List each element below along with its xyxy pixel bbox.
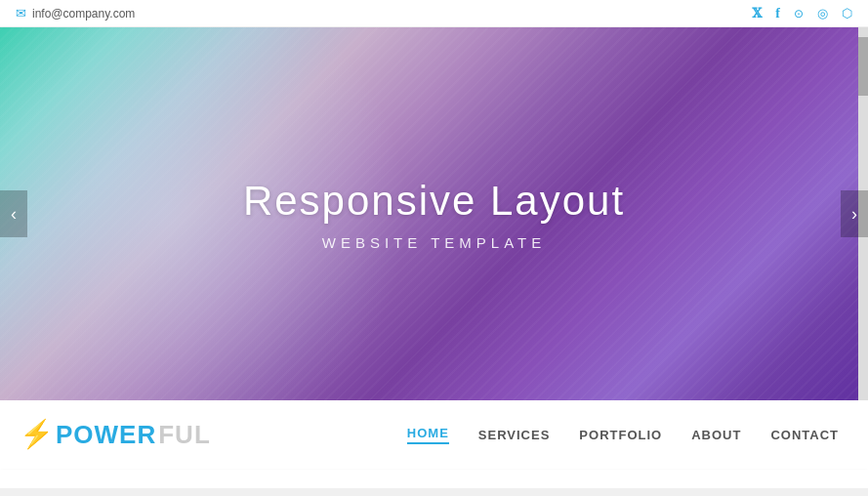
chevron-left-icon: ‹ xyxy=(11,204,17,225)
email-address: info@company.com xyxy=(32,7,135,21)
slider-next-button[interactable]: › xyxy=(841,190,868,237)
rss-icon[interactable]: ⊙ xyxy=(794,7,804,21)
hero-subtitle: WEBSITE TEMPLATE xyxy=(243,234,625,251)
chevron-right-icon: › xyxy=(851,204,857,225)
top-bar: ✉ info@company.com 𝕏 f ⊙ ◎ ⬡ xyxy=(0,0,868,27)
facebook-icon[interactable]: f xyxy=(775,6,780,21)
nav-bar: ⚡ POWER FUL HOME SERVICES PORTFOLIO ABOU… xyxy=(0,400,868,469)
nav-about[interactable]: ABOUT xyxy=(691,428,741,442)
nav-home[interactable]: HOME xyxy=(407,426,449,444)
scrollbar-thumb[interactable] xyxy=(858,37,868,96)
logo-text-ful: FUL xyxy=(158,420,211,450)
email-contact[interactable]: ✉ info@company.com xyxy=(16,6,135,21)
dribbble-icon[interactable]: ◎ xyxy=(817,6,828,21)
hero-content: Responsive Layout WEBSITE TEMPLATE xyxy=(243,178,625,251)
logo-text-power: POWER xyxy=(56,420,156,450)
nav-links: HOME SERVICES PORTFOLIO ABOUT CONTACT xyxy=(407,426,839,444)
logo[interactable]: ⚡ POWER FUL xyxy=(20,420,211,450)
email-icon: ✉ xyxy=(16,6,26,21)
nav-services[interactable]: SERVICES xyxy=(478,428,551,442)
nav-contact[interactable]: CONTACT xyxy=(770,428,839,442)
slider-prev-button[interactable]: ‹ xyxy=(0,190,27,237)
social-links: 𝕏 f ⊙ ◎ ⬡ xyxy=(752,6,852,21)
bolt-icon: ⚡ xyxy=(20,421,54,448)
page-scrollbar[interactable] xyxy=(0,488,868,496)
instagram-icon[interactable]: ⬡ xyxy=(842,6,852,21)
hero-section: ‹ Responsive Layout WEBSITE TEMPLATE › xyxy=(0,27,868,400)
page-wrapper: ✉ info@company.com 𝕏 f ⊙ ◎ ⬡ ‹ Responsiv… xyxy=(0,0,868,496)
nav-portfolio[interactable]: PORTFOLIO xyxy=(579,428,662,442)
hero-title: Responsive Layout xyxy=(243,178,625,225)
twitter-icon[interactable]: 𝕏 xyxy=(752,6,762,21)
